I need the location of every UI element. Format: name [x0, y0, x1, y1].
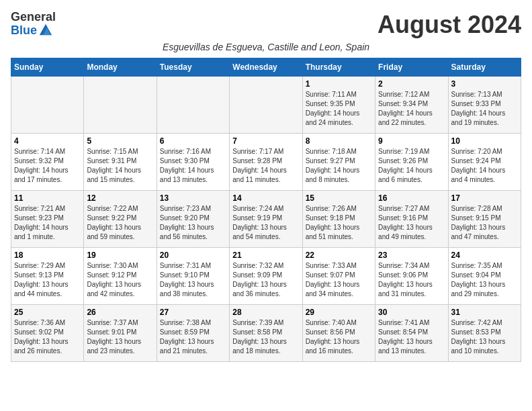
calendar-week-row: 18Sunrise: 7:29 AMSunset: 9:13 PMDayligh… — [11, 248, 521, 305]
day-number: 18 — [14, 250, 81, 260]
calendar-cell: 16Sunrise: 7:27 AMSunset: 9:16 PMDayligh… — [375, 191, 448, 248]
day-info: Sunrise: 7:31 AMSunset: 9:10 PMDaylight:… — [160, 261, 226, 299]
day-number: 15 — [306, 193, 372, 203]
logo-icon — [38, 23, 53, 38]
day-info: Sunrise: 7:39 AMSunset: 8:58 PMDaylight:… — [232, 318, 299, 356]
calendar-week-row: 25Sunrise: 7:36 AMSunset: 9:02 PMDayligh… — [11, 305, 521, 362]
calendar-cell: 10Sunrise: 7:20 AMSunset: 9:24 PMDayligh… — [448, 134, 521, 191]
calendar-cell: 24Sunrise: 7:35 AMSunset: 9:04 PMDayligh… — [448, 248, 521, 305]
day-info: Sunrise: 7:19 AMSunset: 9:26 PMDaylight:… — [378, 147, 445, 185]
logo-general: General — [11, 11, 56, 23]
day-number: 3 — [451, 79, 518, 89]
day-number: 21 — [232, 250, 299, 260]
day-number: 10 — [451, 136, 518, 146]
calendar-cell: 26Sunrise: 7:37 AMSunset: 9:01 PMDayligh… — [84, 305, 157, 362]
day-number: 28 — [232, 308, 299, 317]
day-info: Sunrise: 7:38 AMSunset: 8:59 PMDaylight:… — [160, 318, 226, 356]
day-number: 20 — [160, 250, 226, 260]
calendar-cell: 30Sunrise: 7:41 AMSunset: 8:54 PMDayligh… — [375, 305, 448, 362]
day-info: Sunrise: 7:11 AMSunset: 9:35 PMDaylight:… — [306, 90, 372, 128]
calendar-cell — [230, 77, 302, 134]
logo-blue: Blue — [11, 24, 37, 36]
subtitle: Esguevillas de Esgueva, Castille and Leo… — [11, 42, 521, 52]
calendar-table: SundayMondayTuesdayWednesdayThursdayFrid… — [11, 58, 521, 362]
weekday-header-sunday: Sunday — [11, 58, 84, 77]
day-info: Sunrise: 7:34 AMSunset: 9:06 PMDaylight:… — [378, 261, 445, 299]
calendar-week-row: 4Sunrise: 7:14 AMSunset: 9:32 PMDaylight… — [11, 134, 521, 191]
calendar-cell: 8Sunrise: 7:18 AMSunset: 9:27 PMDaylight… — [302, 134, 375, 191]
day-info: Sunrise: 7:37 AMSunset: 9:01 PMDaylight:… — [87, 318, 153, 356]
weekday-header-wednesday: Wednesday — [230, 58, 302, 77]
calendar-cell: 5Sunrise: 7:15 AMSunset: 9:31 PMDaylight… — [84, 134, 157, 191]
day-number: 19 — [87, 250, 153, 260]
day-info: Sunrise: 7:16 AMSunset: 9:30 PMDaylight:… — [160, 147, 226, 185]
calendar-cell: 17Sunrise: 7:28 AMSunset: 9:15 PMDayligh… — [448, 191, 521, 248]
day-info: Sunrise: 7:32 AMSunset: 9:09 PMDaylight:… — [232, 261, 299, 299]
calendar-cell: 9Sunrise: 7:19 AMSunset: 9:26 PMDaylight… — [375, 134, 448, 191]
day-info: Sunrise: 7:42 AMSunset: 8:53 PMDaylight:… — [451, 318, 518, 356]
calendar-cell: 25Sunrise: 7:36 AMSunset: 9:02 PMDayligh… — [11, 305, 84, 362]
calendar-cell: 19Sunrise: 7:30 AMSunset: 9:12 PMDayligh… — [84, 248, 157, 305]
weekday-header-row: SundayMondayTuesdayWednesdayThursdayFrid… — [11, 58, 521, 77]
day-info: Sunrise: 7:41 AMSunset: 8:54 PMDaylight:… — [378, 318, 445, 356]
calendar-cell: 22Sunrise: 7:33 AMSunset: 9:07 PMDayligh… — [302, 248, 375, 305]
calendar-cell: 15Sunrise: 7:26 AMSunset: 9:18 PMDayligh… — [302, 191, 375, 248]
day-info: Sunrise: 7:13 AMSunset: 9:33 PMDaylight:… — [451, 90, 518, 128]
weekday-header-saturday: Saturday — [448, 58, 521, 77]
weekday-header-thursday: Thursday — [302, 58, 375, 77]
day-number: 22 — [306, 250, 372, 260]
day-number: 6 — [160, 136, 226, 146]
calendar-cell: 12Sunrise: 7:22 AMSunset: 9:22 PMDayligh… — [84, 191, 157, 248]
day-number: 2 — [378, 79, 445, 89]
day-info: Sunrise: 7:21 AMSunset: 9:23 PMDaylight:… — [14, 204, 81, 242]
calendar-cell: 27Sunrise: 7:38 AMSunset: 8:59 PMDayligh… — [157, 305, 229, 362]
day-info: Sunrise: 7:17 AMSunset: 9:28 PMDaylight:… — [232, 147, 299, 185]
calendar-cell: 14Sunrise: 7:24 AMSunset: 9:19 PMDayligh… — [230, 191, 302, 248]
day-number: 24 — [451, 250, 518, 260]
calendar-week-row: 1Sunrise: 7:11 AMSunset: 9:35 PMDaylight… — [11, 77, 521, 134]
calendar-cell: 7Sunrise: 7:17 AMSunset: 9:28 PMDaylight… — [230, 134, 302, 191]
calendar-cell: 1Sunrise: 7:11 AMSunset: 9:35 PMDaylight… — [302, 77, 375, 134]
day-info: Sunrise: 7:14 AMSunset: 9:32 PMDaylight:… — [14, 147, 81, 185]
day-info: Sunrise: 7:27 AMSunset: 9:16 PMDaylight:… — [378, 204, 445, 242]
day-info: Sunrise: 7:18 AMSunset: 9:27 PMDaylight:… — [306, 147, 372, 185]
day-number: 30 — [378, 308, 445, 317]
day-number: 7 — [232, 136, 299, 146]
day-number: 23 — [378, 250, 445, 260]
calendar-week-row: 11Sunrise: 7:21 AMSunset: 9:23 PMDayligh… — [11, 191, 521, 248]
day-number: 16 — [378, 193, 445, 203]
calendar-cell: 21Sunrise: 7:32 AMSunset: 9:09 PMDayligh… — [230, 248, 302, 305]
day-number: 17 — [451, 193, 518, 203]
day-info: Sunrise: 7:33 AMSunset: 9:07 PMDaylight:… — [306, 261, 372, 299]
calendar-cell: 3Sunrise: 7:13 AMSunset: 9:33 PMDaylight… — [448, 77, 521, 134]
day-number: 14 — [232, 193, 299, 203]
calendar-cell: 23Sunrise: 7:34 AMSunset: 9:06 PMDayligh… — [375, 248, 448, 305]
day-info: Sunrise: 7:26 AMSunset: 9:18 PMDaylight:… — [306, 204, 372, 242]
day-info: Sunrise: 7:29 AMSunset: 9:13 PMDaylight:… — [14, 261, 81, 299]
calendar-cell: 4Sunrise: 7:14 AMSunset: 9:32 PMDaylight… — [11, 134, 84, 191]
day-info: Sunrise: 7:35 AMSunset: 9:04 PMDaylight:… — [451, 261, 518, 299]
day-number: 4 — [14, 136, 81, 146]
day-number: 25 — [14, 308, 81, 317]
day-info: Sunrise: 7:30 AMSunset: 9:12 PMDaylight:… — [87, 261, 153, 299]
weekday-header-tuesday: Tuesday — [157, 58, 229, 77]
calendar-cell: 31Sunrise: 7:42 AMSunset: 8:53 PMDayligh… — [448, 305, 521, 362]
day-number: 5 — [87, 136, 153, 146]
day-number: 8 — [306, 136, 372, 146]
weekday-header-friday: Friday — [375, 58, 448, 77]
page-header: General Blue August 2024 — [11, 11, 521, 39]
calendar-cell: 29Sunrise: 7:40 AMSunset: 8:56 PMDayligh… — [302, 305, 375, 362]
weekday-header-monday: Monday — [84, 58, 157, 77]
day-info: Sunrise: 7:28 AMSunset: 9:15 PMDaylight:… — [451, 204, 518, 242]
day-info: Sunrise: 7:22 AMSunset: 9:22 PMDaylight:… — [87, 204, 153, 242]
calendar-cell: 18Sunrise: 7:29 AMSunset: 9:13 PMDayligh… — [11, 248, 84, 305]
day-info: Sunrise: 7:12 AMSunset: 9:34 PMDaylight:… — [378, 90, 445, 128]
calendar-cell: 13Sunrise: 7:23 AMSunset: 9:20 PMDayligh… — [157, 191, 229, 248]
calendar-cell: 2Sunrise: 7:12 AMSunset: 9:34 PMDaylight… — [375, 77, 448, 134]
day-number: 26 — [87, 308, 153, 317]
day-number: 11 — [14, 193, 81, 203]
day-info: Sunrise: 7:15 AMSunset: 9:31 PMDaylight:… — [87, 147, 153, 185]
day-info: Sunrise: 7:23 AMSunset: 9:20 PMDaylight:… — [160, 204, 226, 242]
logo: General Blue — [11, 11, 56, 38]
day-info: Sunrise: 7:40 AMSunset: 8:56 PMDaylight:… — [306, 318, 372, 356]
